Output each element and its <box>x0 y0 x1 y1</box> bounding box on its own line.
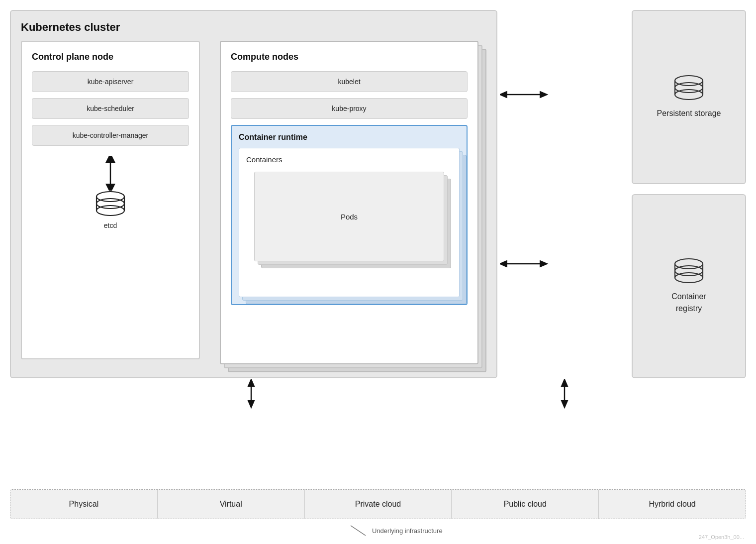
compute-nodes-title: Compute nodes <box>231 52 468 62</box>
infra-sublabel-row: Underlying infrastructure <box>348 523 443 538</box>
containers-main: Containers Pods <box>239 148 460 297</box>
kube-scheduler-box: kube-scheduler <box>32 98 189 119</box>
runtime-title: Container runtime <box>239 133 460 142</box>
containers-label: Containers <box>246 155 452 164</box>
container-registry-box: Containerregistry <box>632 194 746 378</box>
storage-db-icon <box>671 75 706 103</box>
infra-arrow-icon <box>348 523 368 538</box>
registry-label: Containerregistry <box>671 291 706 315</box>
infra-physical: Physical <box>10 490 158 519</box>
pods-area: Pods <box>254 172 444 261</box>
infra-private-cloud: Private cloud <box>305 490 452 519</box>
arrow-to-infra-cluster <box>244 379 259 409</box>
svg-point-12 <box>675 83 703 93</box>
svg-point-18 <box>675 266 703 276</box>
etcd-section: etcd <box>32 156 189 229</box>
kube-controller-manager-box: kube-controller-manager <box>32 125 189 146</box>
containers-area: Containers Pods <box>239 148 460 297</box>
pods-main: Pods <box>254 172 444 261</box>
pods-label: Pods <box>341 213 358 221</box>
container-runtime-box: Container runtime Containers <box>231 125 468 305</box>
infra-public-cloud: Public cloud <box>452 490 599 519</box>
infra-virtual: Virtual <box>158 490 305 519</box>
watermark: 247_Open3h_00... <box>699 534 744 540</box>
compute-nodes-area: Compute nodes kubelet kube-proxy Contain… <box>220 41 478 369</box>
infra-hybrid-cloud: Hyrbrid cloud <box>599 490 746 519</box>
diagram-wrapper: Kubernetes cluster Control plane node ku… <box>0 0 756 544</box>
infra-bar: Physical Virtual Private cloud Public cl… <box>10 489 746 519</box>
kubelet-box: kubelet <box>231 71 468 92</box>
etcd-label: etcd <box>104 221 117 229</box>
svg-point-6 <box>96 199 124 209</box>
compute-node-main: Compute nodes kubelet kube-proxy Contain… <box>220 41 478 364</box>
persistent-storage-box: Persistent storage <box>632 10 746 184</box>
arrow-to-storage <box>500 87 550 102</box>
control-plane-title: Control plane node <box>32 52 189 62</box>
kube-apiserver-box: kube-apiserver <box>32 71 189 92</box>
control-plane-node: Control plane node kube-apiserver kube-s… <box>21 41 200 359</box>
infra-sublabel: Underlying infrastructure <box>372 527 443 535</box>
kubernetes-cluster-box: Kubernetes cluster Control plane node ku… <box>10 10 497 378</box>
registry-db-icon <box>671 258 706 286</box>
etcd-db-icon <box>93 191 128 218</box>
kube-proxy-box: kube-proxy <box>231 98 468 119</box>
arrow-to-registry <box>500 256 550 271</box>
cluster-title: Kubernetes cluster <box>21 21 486 34</box>
etcd-arrow <box>103 156 118 191</box>
storage-label: Persistent storage <box>657 108 721 119</box>
arrow-to-infra-right <box>557 379 572 409</box>
